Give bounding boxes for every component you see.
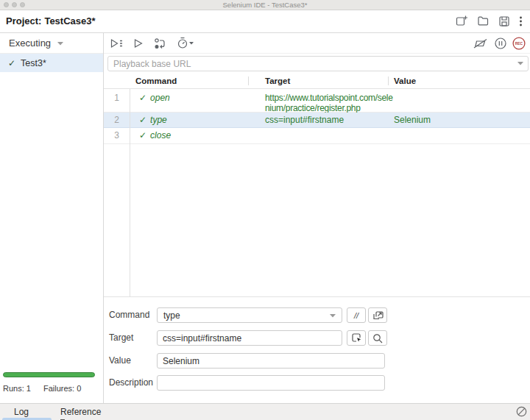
command-row-3[interactable]: 3 ✓close	[104, 128, 530, 144]
record-button[interactable]: REC	[512, 37, 526, 50]
command-passed-icon: ✓	[139, 130, 146, 140]
command-row-2[interactable]: 2 ✓type css=input#firstname Selenium	[104, 113, 530, 128]
test-speed-button[interactable]	[177, 37, 194, 49]
command-row-1[interactable]: 1 ✓open https://www.tutorialspoint.com/s…	[104, 89, 530, 113]
commands-table: 1 ✓open https://www.tutorialspoint.com/s…	[104, 89, 530, 144]
disable-breakpoints-button[interactable]	[473, 38, 489, 49]
pause-on-exceptions-button[interactable]	[494, 37, 507, 50]
command-passed-icon: ✓	[139, 115, 146, 125]
select-target-button[interactable]	[347, 330, 366, 346]
selenium-ide-window: Selenium IDE - TestCase3* Project:TestCa…	[0, 0, 530, 420]
find-target-button[interactable]	[368, 330, 387, 346]
command-cell: ✓close	[130, 128, 265, 143]
command-select[interactable]: type	[157, 307, 342, 323]
target-field-label: Target	[109, 332, 133, 343]
chevron-down-icon	[57, 42, 63, 46]
failures-count: Failures: 0	[43, 384, 81, 393]
value-cell: Selenium	[394, 113, 431, 127]
svg-text:REC: REC	[515, 42, 523, 46]
row-number: 1	[104, 93, 130, 112]
tab-log[interactable]: Log	[14, 407, 29, 417]
test-editor: REC Command Target Value 1 ✓open https:/…	[104, 33, 530, 403]
traffic-lights	[4, 2, 25, 7]
target-cell	[265, 128, 394, 143]
description-field-label: Description	[109, 377, 153, 388]
menu-kebab-button[interactable]	[519, 15, 523, 27]
command-field-label: Command	[109, 310, 149, 320]
window-title: Selenium IDE - TestCase3*	[0, 0, 530, 10]
sidebar-item-test3[interactable]: ✓ Test3*	[0, 54, 103, 72]
description-input[interactable]	[157, 375, 385, 391]
row-number: 2	[104, 113, 130, 127]
run-current-test-button[interactable]	[133, 38, 144, 49]
project-title: Project:TestCase3*	[6, 15, 96, 26]
command-select-value: type	[163, 310, 180, 321]
command-cell: ✓open	[130, 93, 265, 112]
chevron-down-icon	[330, 314, 336, 318]
zoom-button[interactable]	[20, 2, 25, 7]
command-cell: ✓type	[130, 113, 265, 127]
target-cell: https://www.tutorialspoint.com/selenium/…	[265, 93, 394, 112]
runs-count: Runs: 1	[3, 384, 31, 393]
open-command-reference-button[interactable]	[368, 307, 387, 323]
sidebar-view-dropdown[interactable]: Executing	[0, 33, 103, 54]
value-input[interactable]	[157, 353, 385, 369]
step-over-button[interactable]	[154, 38, 166, 49]
value-field-label: Value	[109, 355, 131, 366]
bottom-panel-tabs: Log Reference	[0, 403, 530, 420]
commands-table-header: Command Target Value	[104, 74, 530, 89]
toggle-comment-button[interactable]: //	[347, 307, 366, 323]
playback-base-url-input[interactable]	[107, 56, 529, 71]
tests-sidebar: Executing ✓ Test3* Runs: 1 Failures: 0	[0, 33, 104, 403]
url-dropdown-icon[interactable]	[517, 62, 523, 65]
test-name: Test3*	[21, 58, 46, 68]
close-button[interactable]	[4, 2, 9, 7]
clear-log-button[interactable]	[516, 406, 527, 417]
column-target: Target	[265, 76, 290, 85]
playback-base-url-row	[107, 56, 529, 71]
open-project-button[interactable]	[477, 15, 490, 27]
run-all-tests-button[interactable]	[110, 38, 123, 49]
target-cell: css=input#firstname	[265, 113, 394, 127]
project-header: Project:TestCase3*	[0, 10, 530, 33]
command-passed-icon: ✓	[139, 93, 146, 103]
target-input[interactable]	[157, 330, 342, 346]
run-stats: Runs: 1 Failures: 0	[3, 384, 81, 393]
test-passed-icon: ✓	[8, 58, 15, 68]
tab-reference[interactable]: Reference	[60, 407, 101, 417]
sidebar-view-label: Executing	[9, 38, 51, 49]
column-value: Value	[394, 76, 416, 85]
row-number: 3	[104, 128, 130, 143]
row-number-divider	[130, 89, 130, 296]
run-progress-bar	[3, 372, 95, 377]
column-command: Command	[135, 76, 177, 85]
playback-toolbar: REC	[104, 33, 530, 54]
window-titlebar: Selenium IDE - TestCase3*	[0, 0, 530, 10]
command-editor-form: Command type // Target	[104, 296, 530, 403]
new-project-button[interactable]	[456, 15, 468, 27]
save-project-button[interactable]	[498, 15, 510, 27]
minimize-button[interactable]	[12, 2, 17, 7]
